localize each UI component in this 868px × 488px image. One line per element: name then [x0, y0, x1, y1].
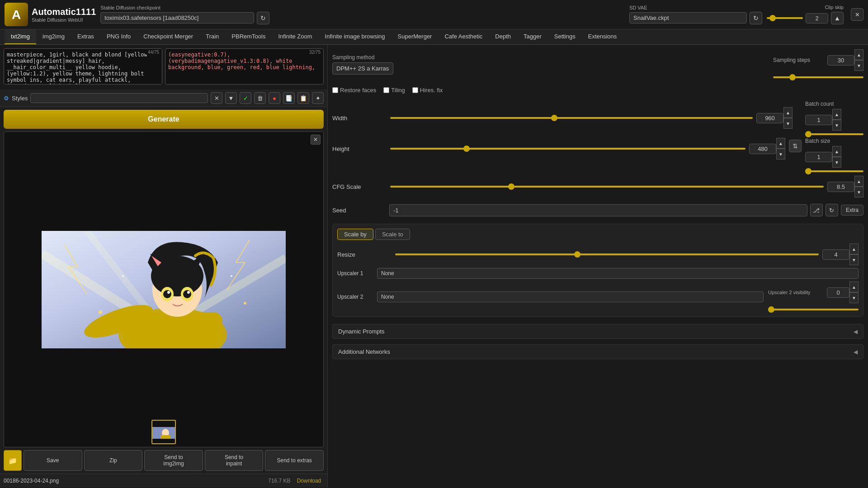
checkpoint-refresh-btn[interactable]: ↻ — [257, 12, 269, 24]
clip-skip-input[interactable] — [806, 13, 828, 23]
tab-infinite-zoom[interactable]: Infinite Zoom — [272, 29, 318, 44]
resize-input[interactable] — [822, 249, 849, 260]
seed-recycle-btn[interactable]: ↻ — [826, 204, 838, 216]
styles-trash-btn[interactable]: 🗑 — [254, 92, 266, 104]
batch-count-up[interactable]: ▲ — [832, 109, 841, 120]
image-close-btn[interactable]: ✕ — [311, 135, 321, 145]
vis-up[interactable]: ▲ — [849, 282, 859, 292]
height-slider[interactable] — [390, 148, 745, 150]
settings-xmark-btn[interactable]: ✕ — [851, 8, 863, 21]
clip-skip-slider[interactable] — [767, 17, 803, 19]
styles-red-btn[interactable]: ● — [269, 92, 280, 104]
batch-size-label: Batch size — [805, 138, 863, 144]
batch-count-slider[interactable] — [805, 133, 863, 135]
styles-x-btn[interactable]: ✕ — [211, 92, 222, 104]
extra-seed-btn[interactable]: Extra — [841, 205, 863, 216]
vis-down[interactable]: ▼ — [849, 292, 859, 303]
tab-checkpoint-merger[interactable]: Checkpoint Merger — [137, 29, 199, 44]
scale-by-tab[interactable]: Scale by — [337, 229, 373, 240]
restore-faces-checkbox[interactable]: Restore faces — [332, 87, 376, 94]
checkpoint-dropdown[interactable]: toximix03.safetensors [1aad08250c] — [100, 12, 254, 23]
seed-dice-btn[interactable]: ⎇ — [810, 204, 823, 216]
thumbnail-0[interactable] — [151, 420, 176, 444]
upscaler2-vis-input[interactable] — [827, 287, 849, 298]
send-to-img2img-button[interactable]: Send toimg2img — [144, 450, 203, 471]
tab-extensions[interactable]: Extensions — [582, 29, 623, 44]
send-to-extras-button[interactable]: Send to extras — [265, 450, 324, 471]
dynamic-prompts-header[interactable]: Dynamic Prompts ◀ — [333, 324, 863, 338]
sampling-method-label: Sampling method — [332, 54, 769, 61]
tab-img2img[interactable]: img2img — [36, 29, 71, 44]
additional-networks-header[interactable]: Additional Networks ◀ — [333, 345, 863, 359]
batch-size-input[interactable] — [805, 152, 832, 162]
save-button[interactable]: Save — [24, 450, 82, 471]
cfg-scale-slider[interactable] — [390, 186, 824, 188]
file-name: 00186-2023-04-24.png — [4, 478, 264, 484]
download-button[interactable]: Download — [294, 477, 324, 485]
tab-settings[interactable]: Settings — [548, 29, 582, 44]
cfg-up[interactable]: ▲ — [854, 176, 863, 187]
tiling-label: Tiling — [391, 87, 405, 94]
cfg-scale-input[interactable] — [827, 182, 854, 192]
left-panel: 44/75 masterpiece, 1girl, black and blon… — [0, 45, 328, 488]
vae-dropdown[interactable]: SnailVae.ckpt — [629, 12, 747, 23]
upscaler2-vis-slider[interactable] — [768, 309, 859, 310]
upscaler1-select[interactable]: None — [377, 268, 859, 279]
width-input[interactable] — [756, 113, 783, 123]
upscaler2-select[interactable]: None — [377, 291, 764, 302]
image-area: ✕ — [4, 131, 324, 447]
tab-cafe-aesthetic[interactable]: Cafe Aesthetic — [438, 29, 489, 44]
send-to-inpaint-button[interactable]: Send toinpaint — [205, 450, 264, 471]
height-up[interactable]: ▲ — [776, 138, 785, 149]
tab-infinite-browsing[interactable]: Infinite image browsing — [319, 29, 392, 44]
width-slider[interactable] — [390, 117, 753, 119]
sampling-steps-input[interactable] — [827, 55, 854, 66]
tab-txt2img[interactable]: txt2img — [5, 29, 36, 44]
styles-paste-btn[interactable]: 📋 — [297, 92, 309, 104]
tab-train[interactable]: Train — [199, 29, 225, 44]
resize-up[interactable]: ▲ — [849, 244, 859, 254]
hires-fix-checkbox[interactable]: Hires. fix — [412, 87, 443, 94]
styles-star-btn[interactable]: ✦ — [312, 92, 324, 104]
sampling-steps-down[interactable]: ▼ — [854, 60, 863, 71]
width-row: Width ▲ ▼ Batch count ▲ — [332, 101, 863, 135]
clip-skip-up-btn[interactable]: ▲ — [831, 12, 844, 24]
generate-button[interactable]: Generate — [4, 110, 324, 129]
seed-input[interactable] — [389, 204, 807, 216]
tiling-checkbox[interactable]: Tiling — [383, 87, 405, 94]
width-down[interactable]: ▼ — [783, 118, 793, 129]
positive-prompt-input[interactable]: masterpiece, 1girl, black and blond [yel… — [4, 48, 162, 84]
sampling-method-select[interactable]: DPM++ 2S a Karras — [332, 62, 393, 75]
folder-button[interactable]: 📁 — [4, 450, 22, 471]
styles-check-btn[interactable]: ✓ — [240, 92, 251, 104]
width-up[interactable]: ▲ — [783, 107, 793, 118]
height-input[interactable] — [749, 144, 776, 154]
zip-button[interactable]: Zip — [84, 450, 143, 471]
vae-refresh-btn[interactable]: ↻ — [750, 12, 762, 24]
height-down[interactable]: ▼ — [776, 149, 785, 160]
vae-label: SD VAE — [629, 5, 762, 10]
styles-dropdown-btn[interactable]: ▼ — [225, 92, 237, 104]
tab-extras[interactable]: Extras — [71, 29, 100, 44]
tab-tagger[interactable]: Tagger — [517, 29, 548, 44]
batch-count-input[interactable] — [805, 115, 832, 125]
swap-dimensions-btn[interactable]: ⇅ — [789, 140, 802, 152]
tab-depth[interactable]: Depth — [489, 29, 517, 44]
scale-to-tab[interactable]: Scale to — [375, 229, 410, 240]
app-subtitle: Stable Diffusion WebUI — [32, 17, 96, 23]
batch-size-up[interactable]: ▲ — [832, 146, 841, 157]
resize-slider[interactable] — [395, 253, 819, 255]
sampling-steps-slider[interactable] — [773, 76, 863, 78]
resize-down[interactable]: ▼ — [849, 254, 859, 265]
styles-input[interactable] — [30, 93, 208, 103]
batch-size-slider[interactable] — [805, 170, 863, 172]
batch-size-down[interactable]: ▼ — [832, 157, 841, 168]
negative-prompt-input[interactable]: (easynegative:0.7), (verybadimagenagativ… — [165, 48, 324, 84]
sampling-steps-up[interactable]: ▲ — [854, 49, 863, 60]
styles-bookmark-btn[interactable]: 📑 — [283, 92, 295, 104]
batch-count-down[interactable]: ▼ — [832, 120, 841, 131]
tab-png-info[interactable]: PNG Info — [100, 29, 137, 44]
tab-pbremtools[interactable]: PBRemTools — [225, 29, 272, 44]
tab-supermerger[interactable]: SuperMerger — [392, 29, 439, 44]
cfg-down[interactable]: ▼ — [854, 187, 863, 197]
